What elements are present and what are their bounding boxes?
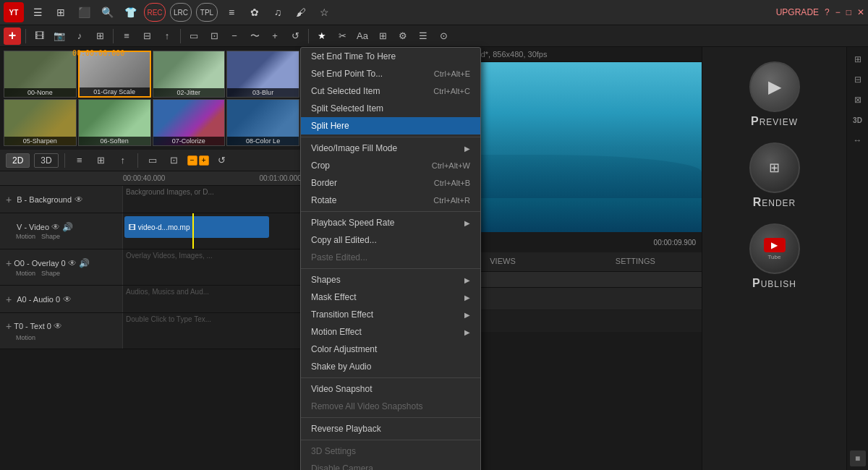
- effect-01-grayscale[interactable]: 01-Gray Scale: [78, 51, 151, 98]
- effect-08-color-le[interactable]: 08-Color Le: [226, 99, 299, 146]
- layout-icon[interactable]: ⬛: [75, 3, 93, 22]
- sidebar-grid-icon[interactable]: ⊟: [849, 71, 867, 88]
- menu-set-end-time[interactable]: Set End Time To Here: [301, 48, 480, 65]
- upgrade-label[interactable]: UPGRADE: [776, 7, 819, 17]
- menu-icon[interactable]: ☰: [28, 3, 47, 22]
- menu-video-fill-mode[interactable]: Video/Image Fill Mode ▶: [301, 140, 480, 157]
- undo-timeline-icon[interactable]: ↺: [213, 152, 231, 169]
- track-eye-a[interactable]: 👁: [63, 294, 72, 304]
- zoom-plus-indicator[interactable]: +: [199, 155, 209, 166]
- track-eye-v[interactable]: 👁: [51, 222, 60, 232]
- effect-05-sharpen[interactable]: 05-Sharpen: [4, 99, 77, 146]
- brush-icon[interactable]: 🖌: [292, 3, 310, 22]
- clip-icon[interactable]: ▭: [185, 27, 203, 45]
- track-add-bg[interactable]: +: [6, 194, 12, 205]
- track-mic-v[interactable]: 🔊: [62, 222, 73, 232]
- track-mic-o[interactable]: 🔊: [79, 258, 90, 268]
- menu-cut-selected[interactable]: Cut Selected Item Ctrl+Alt+C: [301, 82, 480, 100]
- effect-07-colorize[interactable]: 07-Colorize: [153, 99, 226, 146]
- sidebar-expand-icon[interactable]: ⊞: [849, 51, 867, 68]
- menu-border[interactable]: Border Ctrl+Alt+B: [301, 174, 480, 192]
- video-block[interactable]: 🎞 video-d...mo.mp: [124, 216, 269, 238]
- list-timeline-icon[interactable]: ≡: [71, 152, 88, 169]
- menu-split-selected[interactable]: Split Selected Item: [301, 100, 480, 117]
- track-add-o[interactable]: +: [6, 257, 12, 269]
- menu-rotate[interactable]: Rotate Ctrl+Alt+R: [301, 192, 480, 209]
- publish-action-button[interactable]: ▶ Tube: [749, 223, 800, 274]
- list-view-icon[interactable]: ≡: [118, 27, 135, 45]
- settings-icon[interactable]: ⚙: [394, 27, 412, 45]
- plus-icon[interactable]: +: [266, 27, 284, 45]
- menu-playback-speed[interactable]: Playback Speed Rate ▶: [301, 214, 480, 231]
- music-icon[interactable]: ♫: [268, 3, 287, 22]
- star-icon[interactable]: ☆: [315, 3, 333, 22]
- menu-split-here[interactable]: Split Here: [301, 117, 480, 134]
- tab-settings[interactable]: SETTINGS: [569, 252, 702, 271]
- sidebar-bottom-icon[interactable]: ■: [850, 450, 866, 466]
- panels-icon[interactable]: ⊞: [51, 3, 70, 22]
- add-media-button[interactable]: +: [4, 27, 21, 45]
- zoom-minus-indicator[interactable]: −: [187, 155, 197, 166]
- undo-icon[interactable]: ↺: [286, 27, 304, 45]
- menu-video-snapshot[interactable]: Video Snapshot: [301, 380, 480, 398]
- track-add-t[interactable]: +: [6, 320, 12, 332]
- preview-action-button[interactable]: ▶: [749, 61, 800, 112]
- track-eye-o[interactable]: 👁: [68, 258, 77, 268]
- menu-reverse-playback[interactable]: Reverse Playback: [301, 420, 480, 437]
- sidebar-arrow-icon[interactable]: ↔: [849, 132, 867, 149]
- filter-icon[interactable]: ☰: [414, 27, 432, 45]
- maximize-button[interactable]: □: [846, 7, 851, 17]
- video-icon[interactable]: 🎞: [30, 27, 48, 45]
- clip-timeline-icon[interactable]: ▭: [144, 152, 161, 169]
- track-eye-bg[interactable]: 👁: [75, 195, 83, 205]
- rec-button[interactable]: REC: [144, 3, 166, 22]
- effect-02-jitter[interactable]: 02-Jitter: [153, 51, 226, 98]
- search-icon[interactable]: 🔍: [98, 3, 116, 22]
- track-content-background[interactable]: Background Images, or D...: [123, 186, 303, 213]
- sidebar-3d-label[interactable]: 3D: [849, 111, 867, 129]
- list-icon[interactable]: ≡: [222, 3, 241, 22]
- sidebar-layout-icon[interactable]: ⊠: [849, 91, 867, 108]
- track-content-text[interactable]: Double Click to Type Tex...: [123, 313, 303, 349]
- menu-motion-effect[interactable]: Motion Effect ▶: [301, 323, 480, 341]
- text-icon[interactable]: Aa: [354, 27, 371, 45]
- track-add-a[interactable]: +: [6, 294, 12, 305]
- effect-03-blur[interactable]: 03-Blur: [226, 51, 299, 98]
- effect-00-none[interactable]: 00-None: [4, 51, 77, 98]
- track-content-video[interactable]: 🎞 video-d...mo.mp: [123, 213, 303, 249]
- grid-view-icon[interactable]: ⊟: [138, 27, 156, 45]
- sort-icon[interactable]: ↑: [158, 27, 176, 45]
- track-content-overlay[interactable]: Overlay Videos, Images, ...: [123, 249, 303, 285]
- menu-shake-by-audio[interactable]: Shake by Audio: [301, 358, 480, 375]
- minus-icon[interactable]: −: [226, 27, 243, 45]
- track-eye-t[interactable]: 👁: [54, 321, 62, 331]
- wave-icon[interactable]: 〜: [246, 27, 263, 45]
- flower-icon[interactable]: ✿: [245, 3, 264, 22]
- gesture-icon[interactable]: ⊙: [435, 27, 452, 45]
- menu-crop[interactable]: Crop Ctrl+Alt+W: [301, 157, 480, 174]
- logo[interactable]: YT: [4, 2, 24, 22]
- mode-2d-button[interactable]: 2D: [6, 153, 30, 168]
- transition-icon[interactable]: ✂: [333, 27, 351, 45]
- help-button[interactable]: ?: [825, 7, 830, 17]
- menu-set-end-point[interactable]: Set End Point To... Ctrl+Alt+E: [301, 65, 480, 82]
- grid-icon[interactable]: ⊞: [91, 27, 109, 45]
- menu-shapes[interactable]: Shapes ▶: [301, 271, 480, 289]
- menu-transition-effect[interactable]: Transition Effect ▶: [301, 306, 480, 323]
- split-icon[interactable]: ⊡: [205, 27, 223, 45]
- lrc-button[interactable]: LRC: [170, 3, 192, 22]
- overlay-icon[interactable]: ⊞: [374, 27, 391, 45]
- menu-copy-edited[interactable]: Copy all Edited...: [301, 231, 480, 249]
- sort-timeline-icon[interactable]: ↑: [114, 152, 132, 169]
- grid-timeline-icon[interactable]: ⊞: [93, 152, 110, 169]
- track-content-audio[interactable]: Audios, Musics and Aud...: [123, 286, 303, 312]
- mode-3d-button[interactable]: 3D: [34, 153, 58, 168]
- effects-icon[interactable]: ★: [313, 27, 331, 45]
- shirt-icon[interactable]: 👕: [121, 3, 140, 22]
- effect-06-soften[interactable]: 06-Soften: [78, 99, 151, 146]
- tpl-button[interactable]: TPL: [196, 3, 218, 22]
- photo-icon[interactable]: 📷: [51, 27, 68, 45]
- render-action-button[interactable]: ⊞: [749, 142, 800, 193]
- minimize-button[interactable]: −: [835, 7, 841, 17]
- split-timeline-icon[interactable]: ⊡: [166, 152, 183, 169]
